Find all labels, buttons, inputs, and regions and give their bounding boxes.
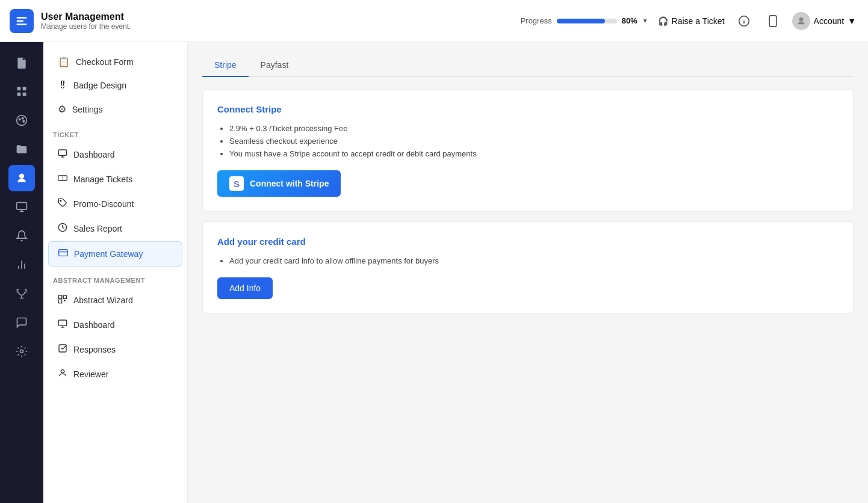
svg-rect-7 — [23, 87, 26, 91]
sidebar-item-manage-tickets[interactable]: Manage Tickets — [48, 167, 182, 191]
credit-card-title: Add your credit card — [217, 236, 839, 247]
stripe-bullets: 2.9% + 0.3 /Ticket processing Fee Seamle… — [217, 124, 839, 158]
stripe-card-title: Connect Stripe — [217, 104, 839, 114]
raise-ticket-button[interactable]: 🎧 Raise a Ticket — [658, 16, 725, 26]
rail-trophy-icon[interactable] — [8, 280, 35, 307]
rail-chat-icon[interactable] — [8, 309, 35, 336]
responses-icon — [58, 344, 67, 356]
connect-stripe-card: Connect Stripe 2.9% + 0.3 /Ticket proces… — [202, 89, 854, 212]
svg-rect-34 — [58, 320, 66, 326]
sidebar-item-settings[interactable]: ⚙ Settings — [48, 97, 182, 121]
svg-rect-31 — [58, 295, 61, 298]
promo-icon — [58, 198, 67, 210]
rail-folder-icon[interactable] — [8, 136, 35, 162]
sidebar-item-responses[interactable]: Responses — [48, 338, 182, 362]
header-left: User Management Manage users for the eve… — [10, 9, 131, 33]
payment-gateway-label: Payment Gateway — [74, 249, 143, 259]
abstract-dashboard-label: Dashboard — [73, 320, 115, 330]
sidebar-item-checkout-form[interactable]: 📋 Checkout Form — [48, 50, 182, 73]
payfast-tab[interactable]: Payfast — [249, 54, 301, 77]
badge-design-label: Badge Design — [73, 81, 126, 90]
payment-tabs: Stripe Payfast — [202, 54, 854, 77]
add-info-button[interactable]: Add Info — [217, 277, 273, 299]
header-subtitle: Manage users for the event. — [41, 22, 131, 31]
settings-label: Settings — [72, 105, 103, 114]
svg-point-21 — [20, 350, 23, 353]
checkout-form-icon: 📋 — [58, 56, 70, 67]
stripe-s-icon: S — [229, 176, 244, 191]
svg-rect-29 — [59, 250, 68, 256]
svg-point-27 — [60, 200, 61, 202]
svg-rect-8 — [17, 93, 21, 96]
header-title-block: User Management Manage users for the eve… — [41, 11, 131, 31]
sidebar-item-abstract-wizard[interactable]: Abstract Wizard — [48, 288, 182, 312]
rail-grid-icon[interactable] — [8, 78, 35, 105]
sidebar-item-promo-discount[interactable]: Promo-Discount — [48, 192, 182, 216]
svg-rect-15 — [17, 203, 27, 210]
svg-point-38 — [61, 370, 64, 373]
svg-point-10 — [17, 116, 27, 126]
account-label: Account — [814, 16, 845, 26]
sidebar-item-sales-report[interactable]: Sales Report — [48, 217, 182, 241]
stripe-tab[interactable]: Stripe — [202, 54, 249, 77]
rail-settings-icon[interactable] — [8, 338, 35, 365]
progress-percent: 80% — [622, 16, 637, 25]
ticket-section-label: Ticket — [43, 122, 187, 142]
header-right: Progress 80% ▼ 🎧 Raise a Ticket Account … — [521, 11, 856, 31]
ticket-dashboard-label: Dashboard — [73, 150, 115, 159]
credit-card-bullets: Add your credit card info to allow offli… — [217, 256, 839, 265]
sidebar: 📋 Checkout Form 🎖 Badge Design ⚙ Setting… — [43, 42, 188, 503]
header-title: User Management — [41, 11, 131, 22]
progress-chevron-icon[interactable]: ▼ — [642, 17, 648, 24]
header: User Management Manage users for the eve… — [0, 0, 868, 42]
settings-icon: ⚙ — [58, 103, 66, 115]
progress-label: Progress — [521, 16, 552, 25]
headphones-icon: 🎧 — [658, 16, 668, 26]
info-icon-button[interactable] — [734, 11, 754, 31]
svg-rect-37 — [59, 345, 66, 352]
abstract-wizard-label: Abstract Wizard — [73, 295, 133, 305]
abstract-dashboard-icon — [58, 319, 67, 331]
account-avatar — [792, 12, 810, 30]
account-button[interactable]: Account ▼ — [792, 12, 856, 30]
svg-rect-6 — [17, 87, 21, 91]
stripe-bullet-3: You must have a Stripe account to accept… — [229, 149, 839, 158]
svg-point-11 — [19, 119, 20, 120]
account-chevron-icon: ▼ — [848, 16, 856, 26]
svg-point-14 — [19, 174, 24, 179]
sidebar-item-payment-gateway[interactable]: Payment Gateway — [48, 241, 182, 267]
rail-display-icon[interactable] — [8, 194, 35, 220]
sidebar-item-badge-design[interactable]: 🎖 Badge Design — [48, 74, 182, 97]
svg-rect-9 — [23, 93, 26, 96]
rail-chart-icon[interactable] — [8, 252, 35, 278]
badge-design-icon: 🎖 — [58, 80, 67, 91]
raise-ticket-label: Raise a Ticket — [672, 16, 725, 26]
progress-bar-background — [557, 19, 617, 23]
connect-stripe-label: Connect with Stripe — [250, 179, 329, 188]
sales-report-label: Sales Report — [73, 224, 122, 233]
rail-document-icon[interactable] — [8, 49, 35, 76]
sidebar-item-abstract-dashboard[interactable]: Dashboard — [48, 313, 182, 337]
mobile-icon-button[interactable] — [763, 11, 783, 31]
reviewer-label: Reviewer — [73, 369, 108, 379]
abstract-section-label: Abstract Management — [43, 267, 187, 288]
main-layout: 📋 Checkout Form 🎖 Badge Design ⚙ Setting… — [0, 42, 868, 503]
promo-discount-label: Promo-Discount — [73, 199, 134, 209]
connect-stripe-button[interactable]: S Connect with Stripe — [217, 170, 341, 197]
sales-report-icon — [58, 223, 67, 235]
icon-rail — [0, 42, 43, 503]
rail-user-icon[interactable] — [8, 165, 35, 191]
rail-palette-icon[interactable] — [8, 107, 35, 134]
sidebar-item-ticket-dashboard[interactable]: Dashboard — [48, 143, 182, 167]
main-content: Stripe Payfast Connect Stripe 2.9% + 0.3… — [188, 42, 868, 503]
svg-point-5 — [799, 17, 803, 22]
svg-rect-3 — [769, 15, 777, 26]
checkout-form-label: Checkout Form — [76, 57, 134, 67]
credit-card-bullet-1: Add your credit card info to allow offli… — [229, 256, 839, 265]
svg-rect-33 — [58, 300, 61, 303]
svg-rect-32 — [63, 295, 66, 298]
app-logo — [10, 9, 34, 33]
logo-icon — [15, 14, 28, 28]
rail-bell-icon[interactable] — [8, 223, 35, 249]
sidebar-item-reviewer[interactable]: Reviewer — [48, 362, 182, 386]
